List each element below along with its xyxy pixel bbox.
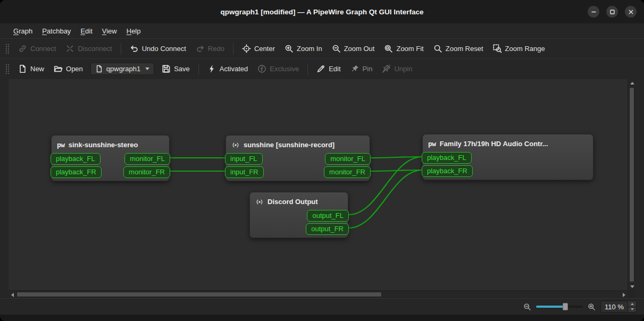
- center-icon: [242, 44, 251, 53]
- exclusive-button: Exclusive: [253, 62, 303, 76]
- scrollbar-corner: [628, 290, 635, 298]
- edit-label: Edit: [329, 65, 340, 73]
- vertical-scroll-thumb[interactable]: [629, 87, 634, 282]
- menu-view-label: V: [102, 27, 106, 35]
- node-sunshine-record[interactable]: sunshine [sunshine-record] input_FL moni…: [225, 135, 370, 181]
- connect-label: Connect: [30, 45, 56, 53]
- port-output-fr[interactable]: output_FR: [306, 223, 349, 235]
- undo-connect-label: Undo Connect: [142, 45, 186, 53]
- port-output-fl[interactable]: output_FL: [307, 210, 349, 222]
- minimize-button[interactable]: [588, 6, 599, 18]
- toolbar-drag-handle[interactable]: [5, 43, 9, 55]
- port-input-fl[interactable]: input_FL: [225, 153, 263, 165]
- new-label: New: [30, 65, 44, 73]
- scroll-left-arrow[interactable]: [9, 291, 16, 299]
- window-bottom-edge: [0, 315, 644, 321]
- toolbar-separator: [121, 43, 121, 55]
- exclusive-label: Exclusive: [270, 65, 299, 73]
- menu-graph[interactable]: Graph: [9, 23, 37, 38]
- node-title: sunshine [sunshine-record]: [244, 141, 334, 149]
- activated-bolt-icon: [207, 64, 216, 73]
- save-label: Save: [174, 65, 190, 73]
- zoom-range-label: Zoom Range: [505, 45, 545, 53]
- connect-button: Connect: [14, 41, 60, 56]
- horizontal-scrollbar: [9, 290, 628, 298]
- port-input-fr[interactable]: input_FR: [225, 166, 264, 178]
- zoom-reset-button[interactable]: Zoom Reset: [429, 41, 488, 56]
- save-button[interactable]: Save: [157, 62, 194, 76]
- media-stream-icon: [231, 141, 240, 149]
- zoom-reset-label: Zoom Reset: [446, 45, 483, 53]
- menu-help-label: H: [127, 27, 131, 35]
- undo-connect-button[interactable]: Undo Connect: [126, 41, 190, 56]
- zoom-in-button[interactable]: Zoom In: [280, 41, 327, 56]
- scroll-up-arrow[interactable]: [628, 79, 636, 87]
- zoom-out-small-icon[interactable]: [523, 303, 531, 311]
- zoom-fit-icon: [384, 44, 393, 53]
- patchbay-select[interactable]: qpwgraph1: [90, 63, 154, 75]
- horizontal-scroll-thumb[interactable]: [16, 292, 382, 297]
- toolbar-drag-handle[interactable]: [5, 63, 9, 75]
- port-playback-fl[interactable]: playback_FL: [422, 152, 472, 164]
- activated-button[interactable]: Activated: [203, 62, 252, 76]
- port-monitor-fr[interactable]: monitor_FR: [324, 166, 371, 178]
- zoom-value[interactable]: 110 %: [601, 301, 628, 312]
- disconnect-label: Disconnect: [78, 45, 112, 53]
- connect-icon: [18, 44, 27, 53]
- edit-button[interactable]: Edit: [312, 62, 345, 76]
- redo-label: Redo: [208, 45, 224, 53]
- node-discord-output[interactable]: Discord Output output_FL output_FR: [249, 192, 348, 238]
- graph-view: pw sink-sunshine-stereo playback_FL moni…: [9, 79, 635, 298]
- zoom-slider-handle[interactable]: [563, 303, 568, 310]
- unpin-icon: [382, 64, 391, 73]
- scroll-down-arrow[interactable]: [628, 283, 636, 290]
- vertical-scrollbar: [628, 79, 635, 290]
- zoom-out-button[interactable]: Zoom Out: [328, 41, 379, 56]
- port-monitor-fl[interactable]: monitor_FL: [325, 153, 371, 165]
- zoom-range-button[interactable]: Zoom Range: [489, 41, 549, 56]
- node-header: Discord Output: [250, 195, 348, 208]
- node-header: pw sink-sunshine-stereo: [52, 138, 169, 151]
- app-window: qpwgraph1 [modified] — A PipeWire Graph …: [0, 0, 644, 321]
- graph-canvas[interactable]: pw sink-sunshine-stereo playback_FL moni…: [9, 79, 628, 290]
- pipewire-icon: pw: [57, 141, 65, 149]
- window-title: qpwgraph1 [modified] — A PipeWire Graph …: [0, 8, 644, 16]
- port-playback-fl[interactable]: playback_FL: [51, 153, 101, 165]
- zoom-spinbox: 110 %: [600, 301, 637, 312]
- maximize-button[interactable]: [606, 6, 618, 18]
- pin-icon: [350, 64, 359, 73]
- menu-patchbay[interactable]: Patchbay: [37, 23, 76, 38]
- undo-icon: [130, 44, 139, 53]
- zoom-out-icon: [332, 44, 341, 53]
- scroll-right-arrow[interactable]: [620, 291, 628, 299]
- redo-button: Redo: [191, 41, 229, 56]
- titlebar[interactable]: qpwgraph1 [modified] — A PipeWire Graph …: [0, 0, 644, 23]
- zoom-spin-up-button[interactable]: [628, 301, 636, 307]
- new-button[interactable]: New: [14, 62, 48, 76]
- unpin-label: Unpin: [394, 65, 412, 73]
- node-header: pw Family 17h/19h HD Audio Contr...: [423, 137, 593, 150]
- menu-graph-label: G: [13, 27, 19, 35]
- menu-patchbay-label: P: [42, 27, 47, 35]
- zoom-spin-down-button[interactable]: [628, 307, 636, 312]
- open-button[interactable]: Open: [49, 62, 87, 76]
- menu-edit[interactable]: Edit: [76, 23, 97, 38]
- node-sink-sunshine-stereo[interactable]: pw sink-sunshine-stereo playback_FL moni…: [51, 135, 170, 181]
- disconnect-icon: [65, 44, 74, 53]
- port-monitor-fl[interactable]: monitor_FL: [124, 153, 170, 165]
- node-family-hd-audio[interactable]: pw Family 17h/19h HD Audio Contr... play…: [422, 134, 593, 180]
- open-label: Open: [66, 65, 83, 73]
- zoom-slider[interactable]: [536, 302, 583, 311]
- center-button[interactable]: Center: [238, 41, 279, 56]
- port-monitor-fr[interactable]: monitor_FR: [123, 166, 170, 178]
- menu-help[interactable]: Help: [122, 23, 146, 38]
- close-icon: [628, 9, 634, 15]
- zoom-in-small-icon[interactable]: [588, 303, 596, 311]
- port-playback-fr[interactable]: playback_FR: [422, 165, 473, 177]
- port-playback-fr[interactable]: playback_FR: [51, 166, 102, 178]
- new-file-icon: [18, 64, 27, 73]
- zoom-fit-button[interactable]: Zoom Fit: [380, 41, 428, 56]
- menu-view[interactable]: View: [97, 23, 122, 38]
- close-button[interactable]: [625, 6, 637, 18]
- redo-icon: [196, 44, 205, 53]
